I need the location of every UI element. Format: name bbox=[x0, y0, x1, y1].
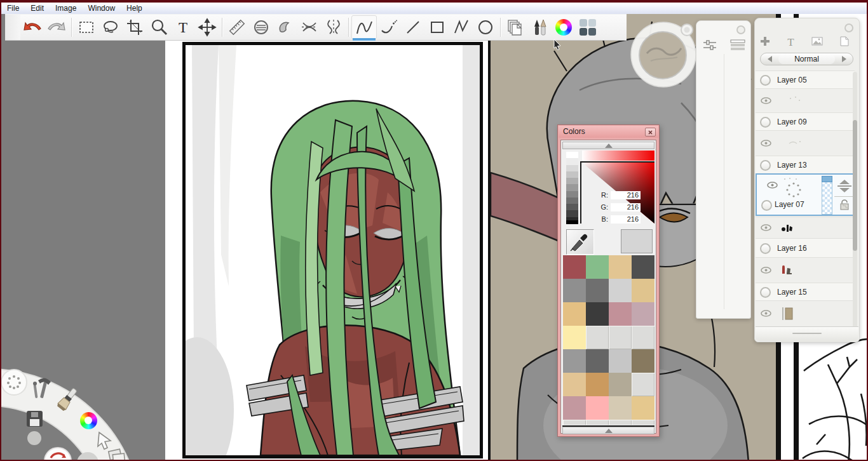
layer-thumb-row[interactable] bbox=[756, 217, 855, 239]
empty-swatch[interactable] bbox=[632, 326, 654, 349]
color-wheel-button[interactable] bbox=[552, 16, 576, 39]
layer-row[interactable]: Layer 13 bbox=[756, 156, 855, 174]
color-swatch[interactable] bbox=[609, 349, 632, 373]
color-swatch[interactable] bbox=[563, 279, 586, 302]
color-swatch[interactable] bbox=[563, 326, 586, 349]
layer-thumb-row[interactable] bbox=[756, 300, 855, 326]
move-tool[interactable] bbox=[195, 16, 219, 39]
add-layer-button[interactable] bbox=[760, 36, 770, 49]
layer-row[interactable]: Layer 16 bbox=[756, 238, 855, 258]
color-swatch[interactable] bbox=[632, 349, 654, 373]
menu-file[interactable]: File bbox=[1, 3, 25, 14]
brush-preview-widget[interactable] bbox=[628, 19, 699, 89]
tool-wheel[interactable] bbox=[1, 354, 154, 461]
hue-bar[interactable] bbox=[582, 150, 654, 161]
color-swatch[interactable] bbox=[586, 396, 609, 420]
layer-radio[interactable] bbox=[760, 243, 771, 254]
color-swatch[interactable] bbox=[586, 373, 609, 396]
r-value-field[interactable]: 216 bbox=[611, 191, 641, 199]
collapse-top-button[interactable] bbox=[562, 142, 654, 149]
color-swatch[interactable] bbox=[586, 279, 609, 302]
color-swatch[interactable] bbox=[609, 396, 632, 420]
layer-radio[interactable] bbox=[760, 287, 771, 298]
value-strip[interactable] bbox=[566, 152, 578, 224]
empty-swatch[interactable] bbox=[632, 373, 654, 396]
layer-row[interactable]: Layer 15 bbox=[756, 283, 855, 301]
eyedropper-button[interactable] bbox=[566, 229, 594, 255]
b-value-field[interactable]: 216 bbox=[611, 215, 641, 224]
smudge-tool[interactable] bbox=[273, 16, 297, 39]
menu-edit[interactable]: Edit bbox=[25, 3, 50, 14]
crop-tool[interactable] bbox=[123, 16, 147, 39]
color-swatch[interactable] bbox=[563, 373, 586, 396]
layer-thumb-row[interactable] bbox=[756, 257, 855, 283]
brushes-button[interactable] bbox=[527, 16, 552, 39]
polyline-tool[interactable] bbox=[449, 16, 473, 39]
color-wheel-icon[interactable] bbox=[80, 412, 97, 429]
rectangle-tool[interactable] bbox=[425, 16, 449, 39]
colors-dialog[interactable]: Colors R: bbox=[557, 124, 660, 437]
panel-collapse-icon[interactable] bbox=[736, 25, 745, 34]
layer-thumb-row[interactable] bbox=[756, 88, 855, 113]
visibility-eye-icon[interactable] bbox=[767, 180, 778, 191]
opacity-slider[interactable] bbox=[822, 176, 832, 215]
color-swatch[interactable] bbox=[609, 279, 632, 302]
distort-tool[interactable] bbox=[297, 16, 322, 39]
list-tab[interactable] bbox=[729, 39, 747, 51]
layer-row[interactable]: Layer 05 bbox=[756, 70, 855, 89]
ruler-tool[interactable] bbox=[225, 16, 249, 39]
curve-tool[interactable] bbox=[351, 15, 377, 39]
color-swatch[interactable] bbox=[563, 302, 586, 326]
lock-icon[interactable] bbox=[839, 199, 850, 213]
text-layer-button[interactable]: T bbox=[787, 36, 794, 49]
zoom-tool[interactable] bbox=[147, 16, 171, 39]
liquify-tool[interactable] bbox=[322, 16, 346, 39]
panel-collapse-icon[interactable] bbox=[844, 23, 853, 32]
color-swatch[interactable] bbox=[586, 255, 609, 279]
line-tool[interactable] bbox=[401, 16, 425, 39]
blend-mode-selector[interactable]: Normal bbox=[760, 53, 853, 65]
menu-help[interactable]: Help bbox=[121, 3, 148, 14]
sliders-tab[interactable] bbox=[702, 39, 719, 51]
circle-guide-tool[interactable] bbox=[249, 16, 273, 39]
image-layer-button[interactable] bbox=[811, 37, 823, 48]
g-value-field[interactable]: 216 bbox=[611, 203, 641, 211]
color-swatch[interactable] bbox=[609, 302, 632, 326]
redo-button[interactable] bbox=[44, 16, 69, 39]
layer-reorder-control[interactable] bbox=[834, 177, 855, 195]
layer-thumb-row[interactable] bbox=[756, 130, 855, 156]
empty-swatch[interactable] bbox=[609, 326, 632, 349]
layers-scrollbar-thumb[interactable] bbox=[853, 120, 857, 251]
layer-row-selected[interactable]: Layer 07 bbox=[756, 173, 856, 216]
layer-radio[interactable] bbox=[760, 75, 771, 86]
visibility-eye-icon[interactable] bbox=[761, 222, 771, 234]
color-swatch[interactable] bbox=[609, 373, 632, 396]
colors-dialog-titlebar[interactable]: Colors bbox=[559, 126, 658, 138]
menu-image[interactable]: Image bbox=[50, 3, 82, 14]
blend-prev-arrow[interactable] bbox=[761, 56, 778, 62]
color-swatch[interactable] bbox=[632, 255, 654, 279]
color-swatch[interactable] bbox=[632, 279, 654, 302]
color-swatch[interactable] bbox=[586, 349, 609, 373]
ellipse-tool[interactable] bbox=[473, 16, 498, 39]
color-swatch[interactable] bbox=[563, 396, 586, 420]
swatch-grid-button[interactable] bbox=[576, 16, 600, 39]
pages-button[interactable] bbox=[503, 16, 527, 39]
blend-next-arrow[interactable] bbox=[835, 56, 853, 62]
visibility-eye-icon[interactable] bbox=[761, 95, 771, 107]
color-swatch[interactable] bbox=[563, 349, 586, 373]
panel-resize-handle[interactable] bbox=[756, 326, 858, 341]
visibility-eye-icon[interactable] bbox=[761, 138, 771, 149]
visibility-eye-icon[interactable] bbox=[761, 308, 771, 319]
text-tool[interactable]: T bbox=[171, 16, 195, 39]
rect-select-tool[interactable] bbox=[74, 16, 98, 39]
close-icon[interactable] bbox=[645, 128, 656, 137]
color-swatch[interactable] bbox=[586, 302, 609, 326]
menu-window[interactable]: Window bbox=[82, 3, 121, 14]
layer-radio[interactable] bbox=[761, 200, 772, 211]
color-swatch[interactable] bbox=[609, 255, 632, 279]
visibility-eye-icon[interactable] bbox=[761, 265, 771, 276]
opacity-slider-handle[interactable] bbox=[822, 176, 832, 182]
layer-row[interactable]: Layer 09 bbox=[756, 112, 855, 131]
current-color-swatch[interactable] bbox=[621, 229, 653, 253]
